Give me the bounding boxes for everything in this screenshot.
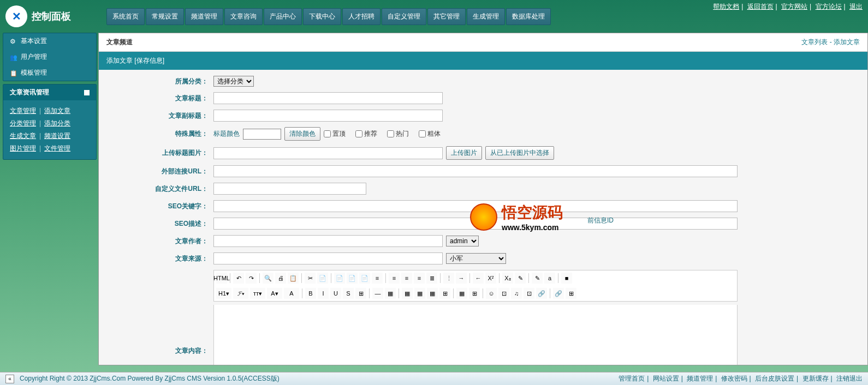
clear-color-button[interactable]: 清除颜色 — [284, 127, 320, 141]
nav-product-center[interactable]: 产品中心 — [264, 8, 302, 25]
seo-kw-input[interactable] — [213, 200, 738, 212]
editor-btn-r1-5[interactable]: 📋 — [288, 273, 299, 284]
editor-btn-r2-5[interactable]: B — [305, 288, 316, 299]
editor-btn-r1-15[interactable]: ≣ — [426, 273, 437, 284]
editor-btn-r2-18[interactable]: ☺ — [486, 288, 497, 299]
editor-btn-r1-4[interactable]: 🖨 — [275, 273, 286, 284]
check-recommend[interactable] — [355, 130, 362, 137]
sidebar-template-mgmt[interactable]: 模板管理 — [3, 65, 96, 81]
nav-channel-mgmt[interactable]: 频道管理 — [185, 8, 223, 25]
editor-btn-r2-8[interactable]: S — [343, 288, 354, 299]
author-input[interactable] — [213, 235, 443, 247]
upload-img-input[interactable] — [213, 147, 443, 159]
editor-btn-r2-2[interactable]: тт▾ — [250, 288, 265, 299]
check-bold[interactable] — [419, 130, 426, 137]
editor-btn-r2-12[interactable]: ▦ — [402, 288, 413, 299]
editor-btn-r2-17[interactable]: ⊞ — [469, 288, 480, 299]
editor-btn-r2-20[interactable]: ♫ — [511, 288, 522, 299]
editor-btn-r1-23[interactable]: a — [544, 273, 555, 284]
editor-btn-r1-19[interactable]: X² — [485, 273, 496, 284]
editor-btn-r1-21[interactable]: ✎ — [515, 273, 526, 284]
editor-btn-r1-2[interactable]: ↷ — [246, 273, 257, 284]
nav-general-settings[interactable]: 常规设置 — [146, 8, 184, 25]
editor-btn-r1-10[interactable]: 📄 — [359, 273, 370, 284]
link-generate-article[interactable]: 生成文章 — [10, 132, 36, 140]
sidebar-basic-settings[interactable]: 基本设置 — [3, 33, 96, 49]
editor-btn-r1-24[interactable]: ■ — [561, 273, 572, 284]
editor-btn-r2-21[interactable]: ⊡ — [524, 288, 534, 299]
editor-btn-r1-11[interactable]: ≡ — [372, 273, 383, 284]
custom-url-input[interactable] — [213, 183, 366, 195]
editor-btn-r1-3[interactable]: 🔍 — [263, 273, 274, 284]
editor-btn-r1-1[interactable]: ↶ — [233, 273, 244, 284]
link-category-mgmt[interactable]: 分类管理 — [10, 119, 36, 127]
check-hot[interactable] — [387, 130, 394, 137]
category-select[interactable]: 选择分类 — [213, 76, 254, 87]
forum-link[interactable]: 官方论坛 — [816, 3, 842, 10]
editor-btn-r2-10[interactable]: — — [372, 288, 383, 299]
editor-btn-r1-0[interactable]: HTML — [216, 273, 227, 284]
editor-btn-r1-12[interactable]: ≡ — [389, 273, 400, 284]
link-add-article[interactable]: 添加文章 — [44, 107, 70, 115]
footer-admin-home[interactable]: 管理首页 — [619, 375, 645, 382]
select-uploaded-button[interactable]: 从已上传图片中选择 — [485, 146, 554, 160]
title-input[interactable] — [213, 92, 443, 104]
nav-download-center[interactable]: 下载中心 — [303, 8, 341, 25]
editor-btn-r1-17[interactable]: → — [456, 273, 467, 284]
breadcrumb-list[interactable]: 文章列表 — [801, 38, 828, 46]
source-input[interactable] — [213, 252, 443, 264]
nav-system-home[interactable]: 系统首页 — [106, 8, 145, 25]
sidebar-collapse-button[interactable]: « — [5, 375, 14, 383]
editor-btn-r2-6[interactable]: I — [318, 288, 329, 299]
editor-btn-r1-22[interactable]: ✎ — [532, 273, 543, 284]
editor-btn-r1-18[interactable]: ← — [473, 273, 484, 284]
upload-img-button[interactable]: 上传图片 — [446, 146, 482, 160]
breadcrumb-add[interactable]: 添加文章 — [834, 38, 860, 46]
editor-btn-r2-23[interactable]: 🔗 — [553, 288, 564, 299]
editor-btn-r2-4[interactable]: A — [284, 288, 299, 299]
footer-skin-settings[interactable]: 后台皮肤设置 — [755, 375, 794, 382]
nav-article-consult[interactable]: 文章咨询 — [224, 8, 263, 25]
editor-btn-r2-7[interactable]: U — [330, 288, 341, 299]
editor-btn-r1-16[interactable]: ⋮ — [443, 273, 454, 284]
footer-logout[interactable]: 注销退出 — [836, 375, 863, 382]
nav-generate-mgmt[interactable]: 生成管理 — [467, 8, 505, 25]
sidebar-user-mgmt[interactable]: 用户管理 — [3, 49, 96, 65]
footer-refresh-cache[interactable]: 更新缓存 — [802, 375, 829, 382]
author-select[interactable]: admin — [446, 236, 479, 246]
footer-change-pwd[interactable]: 修改密码 — [721, 375, 747, 382]
editor-btn-r1-8[interactable]: 📄 — [334, 273, 345, 284]
link-file-mgmt[interactable]: 文件管理 — [44, 145, 70, 152]
editor-btn-r2-11[interactable]: ▦ — [385, 288, 396, 299]
help-link[interactable]: 帮助文档 — [713, 3, 739, 10]
nav-other-mgmt[interactable]: 其它管理 — [427, 8, 466, 25]
link-article-mgmt[interactable]: 文章管理 — [10, 107, 36, 115]
editor-btn-r2-9[interactable]: ⊞ — [355, 288, 366, 299]
link-add-category[interactable]: 添加分类 — [44, 119, 70, 127]
link-channel-settings[interactable]: 频道设置 — [44, 132, 70, 140]
editor-btn-r2-14[interactable]: ▦ — [427, 288, 438, 299]
editor-btn-r2-3[interactable]: A▾ — [267, 288, 282, 299]
logout-link[interactable]: 退出 — [849, 3, 863, 10]
editor-btn-r2-24[interactable]: ⊞ — [566, 288, 576, 299]
source-select[interactable]: 小军 — [446, 253, 506, 264]
editor-btn-r2-13[interactable]: ▦ — [414, 288, 425, 299]
editor-btn-r2-1[interactable]: 𝓕▾ — [233, 288, 248, 299]
editor-body[interactable] — [213, 305, 738, 365]
editor-btn-r1-9[interactable]: 📄 — [347, 273, 358, 284]
sidebar-section-header[interactable]: 文章资讯管理 — [3, 85, 96, 100]
editor-btn-r2-19[interactable]: ⊡ — [498, 288, 509, 299]
editor-btn-r2-22[interactable]: 🔗 — [536, 288, 547, 299]
subtitle-input[interactable] — [213, 110, 443, 122]
ext-url-input[interactable] — [213, 165, 738, 177]
editor-btn-r1-14[interactable]: ≡ — [414, 273, 425, 284]
editor-btn-r2-0[interactable]: H1▾ — [216, 288, 231, 299]
editor-btn-r2-15[interactable]: ⊞ — [439, 288, 450, 299]
editor-btn-r1-13[interactable]: ≡ — [401, 273, 412, 284]
nav-custom-mgmt[interactable]: 自定义管理 — [382, 8, 426, 25]
nav-database[interactable]: 数据库处理 — [506, 8, 551, 25]
check-top[interactable] — [324, 130, 331, 137]
editor-btn-r1-6[interactable]: ✂ — [305, 273, 316, 284]
home-link[interactable]: 返回首页 — [747, 3, 774, 10]
collapse-icon[interactable] — [84, 90, 90, 95]
